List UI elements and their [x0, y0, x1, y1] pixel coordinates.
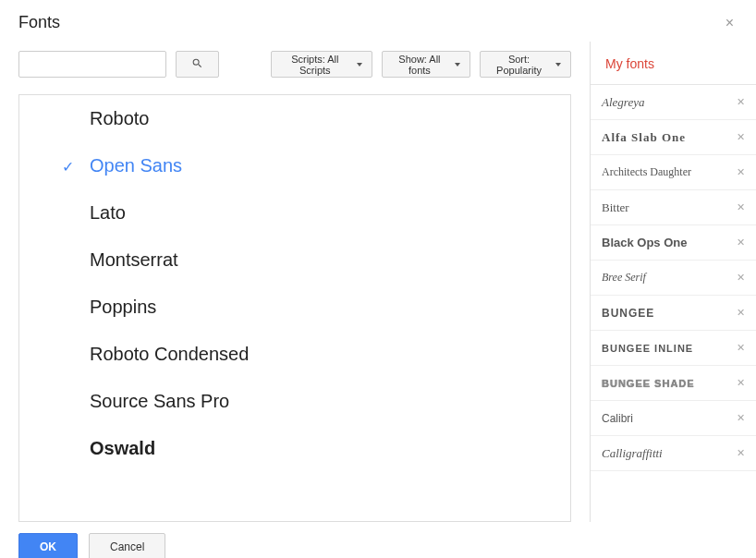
remove-font-icon[interactable]: ✕ — [737, 342, 745, 354]
my-font-name: Bree Serif — [602, 271, 646, 285]
my-font-name: Bungee Inline — [602, 343, 693, 354]
font-name: Poppins — [90, 297, 156, 318]
remove-font-icon[interactable]: ✕ — [737, 237, 745, 249]
my-font-item[interactable]: Alfa Slab One ✕ — [591, 120, 756, 155]
remove-font-icon[interactable]: ✕ — [737, 201, 745, 213]
show-dropdown[interactable]: Show: All fonts — [382, 51, 470, 78]
font-list-item[interactable]: Poppins — [19, 284, 570, 331]
sort-dropdown[interactable]: Sort: Popularity — [480, 51, 571, 78]
my-font-name: Bungee Shade — [602, 378, 695, 389]
my-font-item[interactable]: Bree Serif ✕ — [591, 261, 756, 296]
my-font-item[interactable]: Calibri ✕ — [591, 401, 756, 436]
sort-label: Sort: Popularity — [490, 54, 548, 76]
font-list-item[interactable]: Source Sans Pro — [19, 378, 570, 425]
my-font-name: Bitter — [602, 200, 629, 215]
search-button[interactable] — [176, 51, 219, 78]
font-name: Source Sans Pro — [90, 391, 229, 412]
show-label: Show: All fonts — [392, 54, 447, 76]
chevron-down-icon — [555, 63, 561, 67]
check-icon: ✓ — [62, 157, 74, 175]
font-list-item[interactable]: Roboto Condensed — [19, 331, 570, 378]
my-font-item[interactable]: Bungee ✕ — [591, 296, 756, 331]
font-search-input[interactable] — [18, 51, 166, 78]
my-font-name: Calligraffitti — [602, 446, 663, 461]
my-font-name: Alfa Slab One — [602, 130, 686, 145]
dialog-title: Fonts — [18, 13, 60, 32]
close-icon[interactable]: × — [722, 15, 738, 31]
font-name: Montserrat — [90, 249, 178, 271]
my-font-item[interactable]: Bitter ✕ — [591, 190, 756, 225]
search-icon — [191, 57, 203, 72]
scripts-dropdown[interactable]: Scripts: All Scripts — [271, 51, 372, 78]
my-font-item[interactable]: Black Ops One ✕ — [591, 225, 756, 261]
remove-font-icon[interactable]: ✕ — [737, 412, 745, 424]
font-list-item[interactable]: Oswald — [19, 425, 570, 472]
chevron-down-icon — [357, 63, 362, 67]
my-font-item[interactable]: Architects Daughter ✕ — [591, 155, 756, 190]
font-list-item[interactable]: Lato — [19, 189, 570, 237]
font-name: Lato — [90, 202, 126, 224]
my-font-name: Bungee — [602, 307, 654, 320]
fonts-main-panel: Scripts: All Scripts Show: All fonts Sor… — [0, 42, 590, 522]
font-list-item[interactable]: Montserrat — [19, 237, 570, 284]
remove-font-icon[interactable]: ✕ — [737, 166, 745, 178]
font-list-item[interactable]: ✓ Open Sans — [19, 142, 570, 189]
my-font-item[interactable]: Bungee Inline ✕ — [591, 331, 756, 366]
font-list-item[interactable]: Roboto — [19, 95, 570, 142]
font-name: Roboto Condensed — [90, 344, 249, 365]
remove-font-icon[interactable]: ✕ — [737, 377, 745, 389]
remove-font-icon[interactable]: ✕ — [737, 272, 745, 284]
my-fonts-list: Alegreya ✕ Alfa Slab One ✕ Architects Da… — [591, 85, 756, 522]
my-font-name: Calibri — [602, 412, 633, 425]
my-font-item[interactable]: Calligraffitti ✕ — [591, 436, 756, 471]
scripts-label: Scripts: All Scripts — [281, 54, 349, 76]
my-fonts-title: My fonts — [591, 42, 756, 85]
my-fonts-panel: My fonts Alegreya ✕ Alfa Slab One ✕ Arch… — [590, 42, 756, 522]
font-name: Open Sans — [90, 155, 182, 176]
remove-font-icon[interactable]: ✕ — [737, 96, 745, 108]
font-name: Roboto — [90, 108, 150, 129]
my-font-item[interactable]: Alegreya ✕ — [591, 85, 756, 120]
my-font-name: Black Ops One — [602, 236, 687, 249]
remove-font-icon[interactable]: ✕ — [737, 447, 745, 459]
remove-font-icon[interactable]: ✕ — [737, 307, 745, 319]
ok-button[interactable]: OK — [18, 533, 78, 558]
my-font-name: Alegreya — [602, 95, 644, 110]
my-font-item[interactable]: Bungee Shade ✕ — [591, 366, 756, 401]
my-font-name: Architects Daughter — [602, 165, 691, 179]
remove-font-icon[interactable]: ✕ — [737, 131, 745, 143]
font-list[interactable]: Roboto ✓ Open Sans Lato Montserrat Poppi… — [19, 95, 570, 521]
cancel-button[interactable]: Cancel — [89, 533, 165, 558]
chevron-down-icon — [455, 63, 460, 67]
font-name: Oswald — [90, 438, 155, 459]
